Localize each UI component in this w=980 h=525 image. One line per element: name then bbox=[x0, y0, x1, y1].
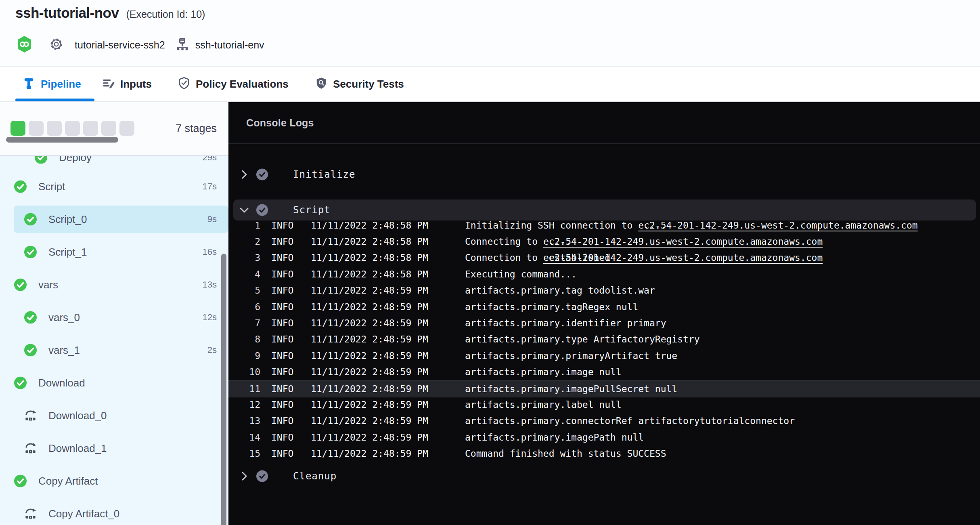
log-timestamp: 11/11/2022 2:48:58 PM bbox=[311, 220, 428, 231]
stage-graph-horizontal-scrollbar[interactable] bbox=[6, 137, 118, 143]
log-message: artifacts.primary.connectorRef artifacto… bbox=[465, 416, 795, 426]
stage-row-copy-artifact[interactable]: Copy Artifact bbox=[0, 467, 228, 495]
tab-label: Policy Evaluations bbox=[196, 78, 289, 90]
log-line-8: 8INFO11/11/2022 2:48:59 PMartifacts.prim… bbox=[228, 331, 980, 348]
log-host-link[interactable]: ec2-54-201-142-249.us-west-2.compute.ama… bbox=[638, 220, 917, 231]
log-timestamp: 11/11/2022 2:48:59 PM bbox=[311, 302, 428, 312]
stage-row-script-0[interactable]: Script_09s bbox=[14, 206, 228, 233]
stage-label: Download bbox=[38, 377, 85, 389]
stage-row-download-1[interactable]: Download_1 bbox=[0, 435, 228, 462]
section-success-check-icon bbox=[256, 168, 268, 181]
stage-row-script-1[interactable]: Script_116s bbox=[0, 238, 228, 266]
log-level: INFO bbox=[271, 399, 293, 410]
log-host-link[interactable]: ec2-54-201-142-249.us-west-2.compute.ama… bbox=[543, 236, 823, 247]
stage-segment-pending bbox=[29, 121, 44, 136]
stage-row-download[interactable]: Download bbox=[0, 369, 228, 397]
log-line-number: 10 bbox=[228, 367, 260, 377]
step-group-icon bbox=[24, 410, 37, 422]
tab-pipeline[interactable]: Pipeline bbox=[23, 67, 81, 101]
tab-label: Inputs bbox=[120, 78, 152, 90]
stage-duration: 9s bbox=[207, 214, 217, 225]
environment-icon bbox=[176, 37, 189, 52]
log-message: Connecting to ec2-54-201-142-249.us-west… bbox=[465, 236, 571, 247]
log-timestamp: 11/11/2022 2:48:58 PM bbox=[311, 252, 428, 263]
stage-duration: 16s bbox=[203, 247, 217, 257]
log-line-number: 9 bbox=[228, 351, 260, 361]
success-check-icon bbox=[24, 311, 37, 324]
execution-header: ssh-tutorial-nov (Execution Id: 10) tuto… bbox=[0, 0, 980, 67]
service-status-hexagon-icon bbox=[17, 36, 32, 54]
log-level: INFO bbox=[271, 285, 293, 296]
log-message: artifacts.primary.image null bbox=[465, 367, 622, 377]
page-title: ssh-tutorial-nov bbox=[15, 5, 119, 21]
stage-label: Download_1 bbox=[48, 442, 107, 455]
environment-name[interactable]: ssh-tutorial-env bbox=[195, 39, 264, 51]
log-line-number: 1 bbox=[228, 220, 260, 231]
section-label: Initialize bbox=[293, 169, 356, 180]
stage-row-vars-0[interactable]: vars_012s bbox=[0, 304, 228, 331]
log-message: Executing command... bbox=[465, 269, 577, 279]
log-line-11: 11INFO11/11/2022 2:48:59 PMartifacts.pri… bbox=[228, 380, 980, 397]
stage-duration: 13s bbox=[203, 279, 217, 290]
log-line-2: 2INFO11/11/2022 2:48:58 PMConnecting to … bbox=[228, 233, 980, 250]
chevron-down-icon[interactable] bbox=[239, 205, 249, 215]
log-timestamp: 11/11/2022 2:48:59 PM bbox=[311, 318, 428, 328]
stage-row-download-0[interactable]: Download_0 bbox=[0, 402, 228, 429]
stage-row-copy-artifact-0[interactable]: Copy Artifact_0 bbox=[0, 500, 228, 525]
stage-label: vars_1 bbox=[48, 344, 80, 357]
log-message: artifacts.primary.identifier primary bbox=[465, 318, 666, 328]
policy-shield-check-icon bbox=[178, 77, 191, 91]
chevron-right-icon[interactable] bbox=[239, 169, 249, 180]
success-check-icon bbox=[14, 475, 27, 487]
stage-label: Copy Artifact bbox=[38, 475, 98, 487]
log-line-number: 12 bbox=[228, 399, 260, 410]
log-line-number: 15 bbox=[228, 448, 260, 459]
log-level: INFO bbox=[271, 367, 293, 377]
log-timestamp: 11/11/2022 2:48:58 PM bbox=[311, 269, 428, 279]
log-line-number: 14 bbox=[228, 432, 260, 443]
success-check-icon bbox=[24, 344, 37, 357]
security-shield-icon bbox=[315, 77, 328, 91]
section-success-check-icon bbox=[256, 204, 268, 216]
stage-row-vars-1[interactable]: vars_12s bbox=[0, 336, 228, 364]
stage-segment-pending bbox=[83, 121, 98, 136]
log-line-number: 11 bbox=[228, 384, 260, 394]
log-line-13: 13INFO11/11/2022 2:48:59 PMartifacts.pri… bbox=[228, 413, 980, 429]
tab-inputs[interactable]: Inputs bbox=[102, 67, 152, 101]
service-name[interactable]: tutorial-service-ssh2 bbox=[75, 39, 165, 51]
title-row: ssh-tutorial-nov (Execution Id: 10) bbox=[15, 5, 205, 21]
log-host-link[interactable]: ec2-54-201-142-249.us-west-2.compute.ama… bbox=[543, 252, 823, 263]
section-label: Script bbox=[293, 204, 331, 216]
log-line-12: 12INFO11/11/2022 2:48:59 PMartifacts.pri… bbox=[228, 396, 980, 413]
log-message: Command finished with status SUCCESS bbox=[465, 448, 666, 459]
log-level: INFO bbox=[271, 334, 293, 344]
success-check-icon bbox=[14, 279, 27, 291]
success-check-icon bbox=[14, 377, 27, 389]
gear-icon[interactable] bbox=[49, 37, 63, 53]
log-line-14: 14INFO11/11/2022 2:48:59 PMartifacts.pri… bbox=[228, 429, 980, 445]
sidebar-vertical-scrollbar[interactable] bbox=[221, 254, 226, 525]
stage-progress-segments bbox=[10, 121, 134, 136]
log-level: INFO bbox=[271, 384, 293, 394]
stage-count-label: 7 stages bbox=[176, 122, 217, 135]
tab-label: Security Tests bbox=[333, 78, 404, 90]
log-level: INFO bbox=[271, 220, 293, 231]
stage-duration: 2s bbox=[207, 345, 217, 355]
log-message: artifacts.primary.tagRegex null bbox=[465, 302, 638, 312]
log-message: artifacts.primary.type ArtifactoryRegist… bbox=[465, 334, 700, 344]
log-message: artifacts.primary.label null bbox=[465, 399, 622, 410]
log-section-initialize[interactable]: Initialize bbox=[233, 164, 976, 185]
stage-sidebar: Deploy29sScript17sScript_09sScript_116sv… bbox=[0, 102, 228, 525]
stage-label: Copy Artifact_0 bbox=[48, 508, 119, 520]
stage-label: Download_0 bbox=[48, 410, 107, 422]
tab-policy-evaluations[interactable]: Policy Evaluations bbox=[178, 67, 289, 101]
stage-row-vars[interactable]: vars13s bbox=[0, 271, 228, 298]
log-message: Initializing SSH connection to ec2-54-20… bbox=[465, 220, 666, 231]
stage-label: vars_0 bbox=[48, 311, 80, 324]
chevron-right-icon[interactable] bbox=[239, 471, 249, 481]
tab-security-tests[interactable]: Security Tests bbox=[315, 67, 404, 101]
stage-row-script[interactable]: Script17s bbox=[0, 173, 228, 200]
console-title: Console Logs bbox=[246, 117, 314, 129]
log-section-cleanup[interactable]: Cleanup bbox=[233, 466, 976, 487]
stage-duration: 17s bbox=[203, 181, 217, 192]
